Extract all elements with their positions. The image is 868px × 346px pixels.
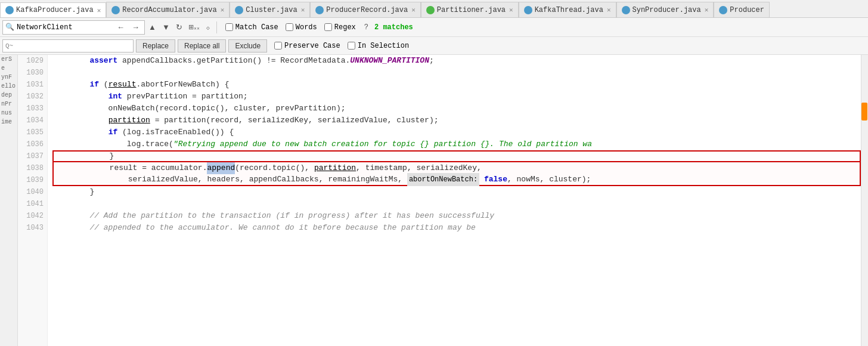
exclude-button[interactable]: Exclude xyxy=(228,39,267,52)
code-editor[interactable]: 1029 1030 1031 1032 1033 1034 1035 1036 … xyxy=(18,55,868,346)
tab-label-producerrecord: ProducerRecord.java xyxy=(326,6,408,14)
match-count: 2 matches xyxy=(374,23,413,32)
tab-close-producerrecord[interactable]: ✕ xyxy=(411,6,416,14)
preserve-case-checkbox[interactable] xyxy=(274,42,282,50)
preserve-case-option[interactable]: Preserve Case xyxy=(274,42,340,50)
tab-label-cluster: Cluster.java xyxy=(246,6,297,14)
multi-line-button[interactable]: ⊞ₓₓ xyxy=(186,22,202,32)
code-line-1036: log.trace("Retrying append due to new ba… xyxy=(52,138,861,150)
code-line-1039: serializedValue, headers, appendCallback… xyxy=(52,174,861,186)
preserve-case-label: Preserve Case xyxy=(284,42,340,50)
tab-label-partitioner: Partitioner.java xyxy=(437,6,506,14)
tab-synproducer[interactable]: SynProducer.java ✕ xyxy=(616,2,714,17)
regex-label: Regex xyxy=(334,23,356,32)
filter-button[interactable]: ⬦ xyxy=(203,21,213,33)
nav-forward-button[interactable]: → xyxy=(129,21,142,33)
code-line-1035: if (log.isTraceEnabled()) { xyxy=(52,126,861,138)
match-case-option[interactable]: Match Case xyxy=(225,23,278,32)
toolbar-separator-1 xyxy=(216,21,217,33)
tab-label-kafkathread: KafkaThread.java xyxy=(535,6,603,14)
scrollbar-thumb[interactable] xyxy=(861,103,867,121)
replace-input[interactable] xyxy=(13,42,120,50)
in-selection-option[interactable]: In Selection xyxy=(348,42,409,50)
search-toolbar: 🔍 ← → ▲ ▼ ↻ ⊞ₓₓ ⬦ Match Case Words Regex… xyxy=(0,18,868,37)
code-line-1034: partition = partition(record, serialized… xyxy=(52,115,861,126)
replace-input-box[interactable]: Q~ xyxy=(2,39,134,52)
code-line-1031: if (result.abortForNewBatch) { xyxy=(52,79,861,91)
tab-close-kafkathread[interactable]: ✕ xyxy=(607,6,611,14)
sidebar-item-2[interactable]: e xyxy=(0,64,17,73)
tab-label-producer: Producer xyxy=(730,6,764,14)
nav-back-button[interactable]: ← xyxy=(114,21,127,33)
refresh-button[interactable]: ↻ xyxy=(173,21,185,33)
code-line-1037: } xyxy=(52,150,861,162)
search-icon: 🔍 xyxy=(5,23,14,32)
sidebar-item-3[interactable]: ynF xyxy=(0,73,17,82)
search-options: Match Case Words Regex ? xyxy=(225,23,368,32)
search-input-box[interactable]: 🔍 ← → xyxy=(2,20,145,35)
sidebar-item-4[interactable]: ello xyxy=(0,82,17,91)
tab-close-synproducer[interactable]: ✕ xyxy=(705,6,709,14)
regex-checkbox[interactable] xyxy=(324,23,332,31)
words-checkbox[interactable] xyxy=(286,23,293,31)
code-line-1041 xyxy=(52,198,861,210)
tab-producer[interactable]: Producer xyxy=(714,2,770,17)
tab-label-synproducer: SynProducer.java xyxy=(633,6,701,14)
sidebar-item-5[interactable]: dep xyxy=(0,91,17,100)
main-content: erS e ynF ello dep nPr nus ime 1029 1030… xyxy=(0,55,868,346)
code-line-1038: result = accumulator.append(record.topic… xyxy=(52,162,861,174)
tab-icon-cluster xyxy=(235,6,243,14)
sidebar-item-7[interactable]: nus xyxy=(0,109,17,118)
replace-bar: Q~ Replace Replace all Exclude Preserve … xyxy=(0,37,868,55)
in-selection-label: In Selection xyxy=(358,42,409,50)
code-line-1030 xyxy=(52,67,861,79)
tab-producerrecord[interactable]: ProducerRecord.java ✕ xyxy=(310,2,420,17)
tab-icon-producer xyxy=(719,6,727,14)
code-line-1042: // Add the partition to the transaction … xyxy=(52,210,861,222)
tab-close-recordaccumulator[interactable]: ✕ xyxy=(221,6,225,14)
file-sidebar: erS e ynF ello dep nPr nus ime xyxy=(0,55,18,346)
regex-option[interactable]: Regex xyxy=(324,23,356,32)
help-button[interactable]: ? xyxy=(364,23,368,32)
words-option[interactable]: Words xyxy=(286,23,317,32)
tab-cluster[interactable]: Cluster.java ✕ xyxy=(230,2,310,17)
replace-options: Preserve Case In Selection xyxy=(274,42,409,50)
tab-icon-kafkathread xyxy=(524,6,532,14)
search-input[interactable] xyxy=(17,23,112,32)
tab-label-kafkaproducer: KafkaProducer.java xyxy=(16,6,94,14)
nav-up-button[interactable]: ▲ xyxy=(146,21,159,33)
code-line-1040: } xyxy=(52,186,861,198)
line-numbers: 1029 1030 1031 1032 1033 1034 1035 1036 … xyxy=(18,55,48,346)
replace-button[interactable]: Replace xyxy=(136,39,175,52)
tab-icon-partitioner xyxy=(426,6,435,14)
code-line-1033: onNewBatch(record.topic(), cluster, prev… xyxy=(52,103,861,115)
tab-close-cluster[interactable]: ✕ xyxy=(301,6,305,14)
nav-down-button[interactable]: ▼ xyxy=(160,21,172,33)
tab-partitioner[interactable]: Partitioner.java ✕ xyxy=(421,2,519,17)
sidebar-item-1[interactable]: erS xyxy=(0,55,17,64)
tab-icon-synproducer xyxy=(622,6,630,14)
code-line-1043: // appended to the accumulator. We canno… xyxy=(52,222,861,234)
code-line-1032: int prevPartition = partition; xyxy=(52,91,861,103)
tab-label-recordaccumulator: RecordAccumulator.java xyxy=(122,6,216,14)
tab-kafkaproducer[interactable]: KafkaProducer.java ✕ xyxy=(0,2,106,18)
vertical-scrollbar[interactable] xyxy=(861,55,868,346)
match-case-label: Match Case xyxy=(235,23,278,32)
sidebar-item-8[interactable]: ime xyxy=(0,118,17,126)
words-label: Words xyxy=(296,23,317,32)
tab-icon-recordaccumulator xyxy=(111,6,120,14)
sidebar-item-6[interactable]: nPr xyxy=(0,100,17,109)
tab-close-partitioner[interactable]: ✕ xyxy=(509,6,513,14)
tab-close-kafkaproducer[interactable]: ✕ xyxy=(97,7,101,14)
tab-icon-producerrecord xyxy=(315,6,324,14)
code-line-1029: assert appendCallbacks.getPartition() !=… xyxy=(52,55,861,67)
tab-recordaccumulator[interactable]: RecordAccumulator.java ✕ xyxy=(106,2,230,17)
in-selection-checkbox[interactable] xyxy=(348,42,355,50)
tab-kafkathread[interactable]: KafkaThread.java ✕ xyxy=(519,2,616,17)
tab-bar: KafkaProducer.java ✕ RecordAccumulator.j… xyxy=(0,0,868,18)
match-case-checkbox[interactable] xyxy=(225,23,233,31)
tab-icon-kafkaproducer xyxy=(5,6,14,14)
replace-all-button[interactable]: Replace all xyxy=(178,39,226,52)
code-content[interactable]: assert appendCallbacks.getPartition() !=… xyxy=(48,55,861,346)
replace-search-icon: Q~ xyxy=(5,42,13,50)
